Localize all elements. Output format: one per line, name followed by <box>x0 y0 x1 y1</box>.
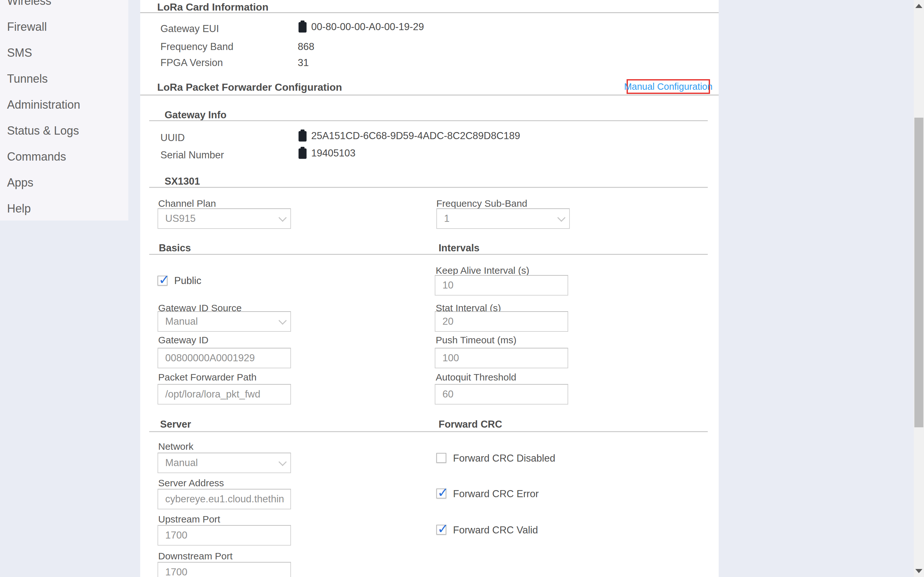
stat-interval-input[interactable]: 20 <box>435 311 568 332</box>
packet-forwarder-path-input[interactable]: /opt/lora/lora_pkt_fwd <box>158 384 291 405</box>
sidebar-item-sms[interactable]: SMS <box>0 40 128 66</box>
sidebar-item-firewall[interactable]: Firewall <box>0 14 128 40</box>
sidebar: Wireless Firewall SMS Tunnels Administra… <box>0 0 128 221</box>
divider <box>140 95 719 95</box>
sidebar-item-help[interactable]: Help <box>0 195 128 221</box>
sidebar-item-tunnels[interactable]: Tunnels <box>0 66 128 92</box>
chevron-down-icon <box>278 458 286 466</box>
clipboard-copy-icon[interactable] <box>298 21 307 33</box>
channel-plan-label: Channel Plan <box>158 198 216 209</box>
serial-number-value: 19405103 <box>298 147 355 160</box>
divider <box>149 187 708 188</box>
chevron-down-icon <box>278 213 286 221</box>
autoquit-threshold-label: Autoquit Threshold <box>436 372 516 383</box>
gateway-eui-value: 00-80-00-00-A0-00-19-29 <box>298 21 424 33</box>
frequency-sub-band-label: Frequency Sub-Band <box>436 198 527 209</box>
gateway-id-source-select[interactable]: Manual <box>158 311 291 332</box>
frequency-sub-band-select[interactable]: 1 <box>436 208 570 229</box>
forward-crc-valid-checkbox[interactable] <box>436 525 446 535</box>
gateway-eui-label: Gateway EUI <box>160 23 219 35</box>
divider <box>149 120 708 121</box>
server-title: Server <box>160 419 191 430</box>
chevron-down-icon <box>278 316 286 324</box>
packet-forwarder-path-label: Packet Forwarder Path <box>158 372 257 383</box>
sidebar-item-status-logs[interactable]: Status & Logs <box>0 118 128 143</box>
push-timeout-input[interactable]: 100 <box>435 348 568 368</box>
public-checkbox[interactable] <box>158 276 168 285</box>
fpga-version-label: FPGA Version <box>160 57 223 69</box>
upstream-port-label: Upstream Port <box>158 514 220 525</box>
network-select[interactable]: Manual <box>158 453 291 473</box>
forward-crc-error-label: Forward CRC Error <box>453 488 539 500</box>
manual-configuration-link[interactable]: Manual Configuration <box>624 81 712 92</box>
scroll-up-arrow-icon[interactable] <box>915 4 922 8</box>
downstream-port-input[interactable]: 1700 <box>158 562 291 577</box>
keep-alive-interval-label: Keep Alive Interval (s) <box>436 265 529 276</box>
sidebar-item-commands[interactable]: Commands <box>0 143 128 169</box>
basics-title: Basics <box>159 242 191 254</box>
forward-crc-error-checkbox[interactable] <box>436 488 446 498</box>
frequency-band-label: Frequency Band <box>160 41 233 53</box>
forward-crc-valid-label: Forward CRC Valid <box>453 524 538 536</box>
divider <box>149 431 708 432</box>
gateway-id-input[interactable]: 00800000A0001929 <box>158 348 291 368</box>
manual-configuration-highlight: Manual Configuration <box>627 79 710 94</box>
sx1301-title: SX1301 <box>165 176 200 187</box>
sidebar-item-administration[interactable]: Administration <box>0 92 128 118</box>
channel-plan-select[interactable]: US915 <box>158 208 291 229</box>
clipboard-copy-icon[interactable] <box>298 129 307 142</box>
autoquit-threshold-input[interactable]: 60 <box>435 384 568 405</box>
divider <box>140 12 719 13</box>
sidebar-item-wireless[interactable]: Wireless <box>0 0 128 14</box>
downstream-port-label: Downstream Port <box>158 551 233 562</box>
main-content: LoRa Card Information Gateway EUI 00-80-… <box>140 0 719 577</box>
intervals-title: Intervals <box>439 242 480 254</box>
server-address-label: Server Address <box>158 478 224 488</box>
sidebar-item-apps[interactable]: Apps <box>0 169 128 195</box>
push-timeout-label: Push Timeout (ms) <box>436 335 517 346</box>
packet-forwarder-config-title: LoRa Packet Forwarder Configuration <box>157 81 342 93</box>
upstream-port-input[interactable]: 1700 <box>158 525 291 546</box>
uuid-value: 25A151CD-6C68-9D59-4ADC-8C2C89D8C189 <box>298 129 520 142</box>
fpga-version-value: 31 <box>298 57 309 69</box>
uuid-label: UUID <box>160 132 185 143</box>
clipboard-copy-icon[interactable] <box>298 147 307 160</box>
public-label: Public <box>174 275 201 287</box>
divider <box>149 254 708 255</box>
server-address-input[interactable]: cybereye.eu1.cloud.thethings.in <box>158 489 291 509</box>
scrollbar-thumb[interactable] <box>914 118 923 427</box>
chevron-down-icon <box>557 213 565 221</box>
forward-crc-disabled-label: Forward CRC Disabled <box>453 453 556 464</box>
frequency-band-value: 868 <box>298 41 314 53</box>
lora-card-information-title: LoRa Card Information <box>157 1 268 13</box>
vertical-scrollbar[interactable] <box>914 0 924 577</box>
keep-alive-interval-input[interactable]: 10 <box>435 275 568 295</box>
serial-number-label: Serial Number <box>160 149 224 161</box>
scroll-down-arrow-icon[interactable] <box>915 569 922 573</box>
forward-crc-disabled-checkbox[interactable] <box>436 453 446 463</box>
gateway-id-label: Gateway ID <box>158 335 208 346</box>
network-label: Network <box>158 441 194 452</box>
gateway-info-title: Gateway Info <box>165 109 226 121</box>
forward-crc-title: Forward CRC <box>439 419 502 430</box>
